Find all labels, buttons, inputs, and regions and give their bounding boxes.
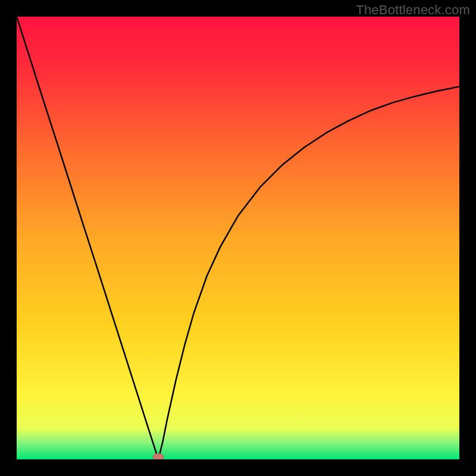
watermark-text: TheBottleneck.com [356, 2, 470, 18]
chart-frame [17, 17, 459, 459]
gradient-background [17, 17, 459, 459]
optimal-marker [153, 453, 164, 459]
bottleneck-chart [17, 17, 459, 459]
